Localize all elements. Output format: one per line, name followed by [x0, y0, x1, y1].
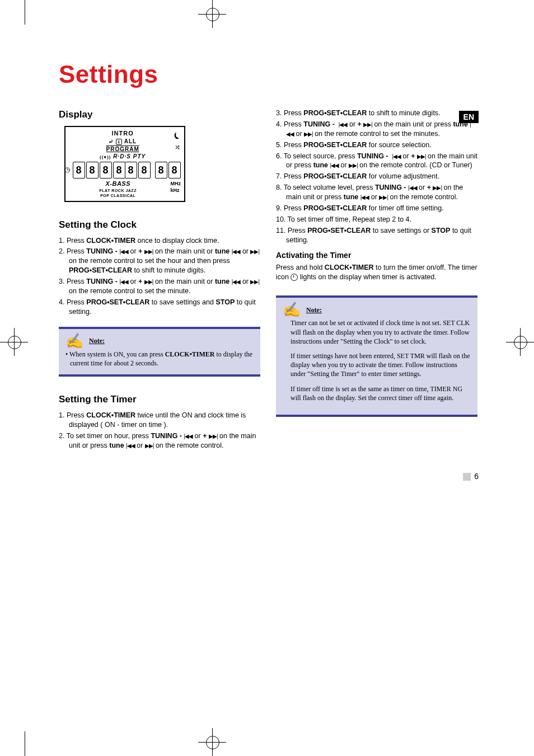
setting-timer-heading: Setting the Timer — [59, 393, 260, 406]
note-paragraph: Timer can not be set or activated if clo… — [291, 318, 471, 346]
display-pty-label: PTY — [133, 153, 146, 159]
activating-timer-body: Press and hold CLOCK•TIMER to turn the t… — [276, 263, 477, 282]
display-rds-label: R·D·S — [113, 153, 131, 159]
setting-clock-heading: Setting the Clock — [59, 219, 260, 232]
right-column: 3. Press PROG•SET•CLEAR to shift to minu… — [276, 109, 477, 456]
display-segment-row: 88888888 — [72, 162, 181, 179]
step-item: 8. To select volume level, press TUNING … — [276, 183, 477, 202]
clock-note-block: ✍ Note: • When system is ON, you can pre… — [59, 327, 260, 377]
timer-note-block: ✍ Note: Timer can not be set or activate… — [276, 295, 477, 417]
display-khz-label: kHz — [171, 187, 181, 194]
activating-timer-heading: Activating the Timer — [276, 250, 477, 261]
step-item: 6. To select source, press TUNING - |◀◀ … — [276, 152, 477, 171]
step-item: 2. Press TUNING - |◀◀ or + ▶▶| on the ma… — [59, 247, 260, 275]
note-paragraph: If timer off time is set as the same as … — [291, 384, 471, 402]
step-item: 1. Press CLOCK•TIMER twice until the ON … — [59, 411, 260, 430]
timer-steps-right-list: 3. Press PROG•SET•CLEAR to shift to minu… — [276, 109, 477, 245]
display-program-label: PROGRAM — [73, 145, 172, 153]
display-mhz-label: MHz — [171, 181, 181, 187]
step-item: 7. Press PROG•SET•CLEAR for volume adjus… — [276, 172, 477, 181]
timer-steps-left-list: 1. Press CLOCK•TIMER twice until the ON … — [59, 411, 260, 450]
clock-steps-list: 1. Press CLOCK•TIMER once to display clo… — [59, 236, 260, 317]
step-item: 2. To set timer on hour, press TUNING - … — [59, 431, 260, 450]
step-item: 5. Press PROG•SET•CLEAR for source selec… — [276, 140, 477, 150]
left-column: Display • INTRO ⤾ 1 ALL PROGRAM ((●)) — [59, 109, 260, 456]
page-title: Settings — [59, 60, 479, 88]
clock-note-body: When system is ON, you can press CLOCK•T… — [69, 350, 252, 367]
note-paragraph: If timer settings have not been entered,… — [291, 351, 471, 379]
hand-writing-icon: ✍ — [65, 335, 83, 348]
note-title: Note: — [306, 306, 322, 314]
step-item: 11. Press PROG•SET•CLEAR to save setting… — [276, 226, 477, 245]
step-item: 3. Press PROG•SET•CLEAR to shift to minu… — [276, 109, 477, 118]
display-panel-figure: • INTRO ⤾ 1 ALL PROGRAM ((●)) R·D·S PTY — [64, 126, 185, 202]
page-number: 6 — [59, 472, 479, 481]
step-item: 4. Press TUNING - |◀◀ or + ▶▶| on the ma… — [276, 120, 477, 139]
display-eq-row1: FLAT ROCK JAZZ — [69, 188, 167, 193]
step-item: 4. Press PROG•SET•CLEAR to save settings… — [59, 298, 260, 317]
step-item: 9. Press PROG•SET•CLEAR for timer off ti… — [276, 204, 477, 213]
display-intro-label: INTRO — [73, 129, 172, 138]
display-eq-row2: POP CLASSICAL — [69, 193, 167, 198]
hand-writing-icon: ✍ — [283, 303, 301, 316]
display-all-label: ALL — [124, 138, 137, 144]
step-item: 1. Press CLOCK•TIMER once to display clo… — [59, 236, 260, 246]
sleep-icon: ⏾ — [174, 132, 181, 140]
step-item: 3. Press TUNING - |◀◀ or + ▶▶| on the ma… — [59, 277, 260, 296]
shuffle-icon: ⤮ — [174, 143, 181, 152]
display-heading: Display — [59, 109, 260, 121]
step-item: 10. To set timer off time, Repeat step 2… — [276, 215, 477, 224]
language-badge: EN — [459, 111, 479, 123]
display-xbass-label: X-BASS — [69, 180, 167, 188]
timer-clock-icon: ◷ — [64, 165, 70, 174]
note-title: Note: — [89, 336, 105, 345]
